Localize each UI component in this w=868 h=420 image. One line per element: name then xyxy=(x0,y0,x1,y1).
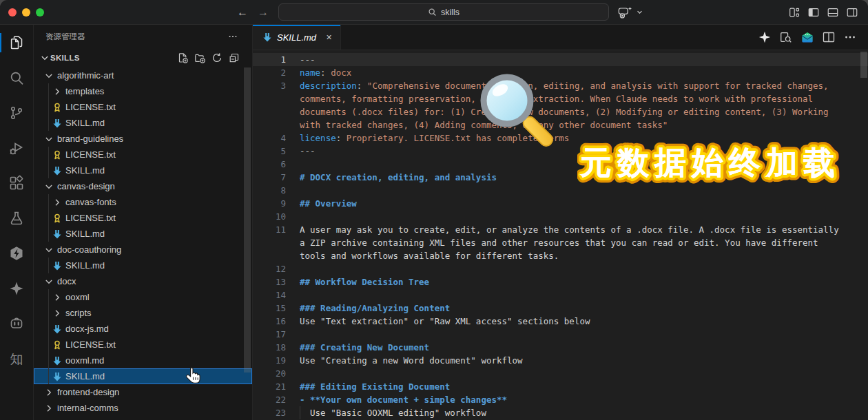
code-line[interactable]: 20 xyxy=(253,367,868,380)
code-line[interactable]: 10 xyxy=(253,210,868,223)
code-line[interactable]: 23 Use "Basic OOXML editing" workflow xyxy=(253,406,868,419)
tree-file-skill-md[interactable]: SKILL.md xyxy=(34,115,252,131)
code-line[interactable]: 3description: "Comprehensive document cr… xyxy=(253,79,868,92)
code-line[interactable]: comments, formatting preservation, and t… xyxy=(253,92,868,105)
activity-item-extensions[interactable] xyxy=(0,171,33,195)
tree-folder-templates[interactable]: templates xyxy=(34,83,252,99)
code-line[interactable]: 1--- xyxy=(253,53,868,66)
debug-icon xyxy=(8,140,25,156)
tree-file-skill-md[interactable]: SKILL.md xyxy=(34,226,252,242)
tree-folder-internal-comms[interactable]: internal-comms xyxy=(34,400,252,416)
close-tab-icon[interactable]: ✕ xyxy=(326,33,332,42)
tree-folder-docx[interactable]: docx xyxy=(34,273,252,289)
tree-file-skill-md[interactable]: SKILL.md xyxy=(34,368,252,384)
code-text: ### Creating New Document xyxy=(300,341,429,354)
toggle-primary-sidebar-icon[interactable] xyxy=(807,6,820,19)
tree-file-license-txt[interactable]: LICENSE.txt xyxy=(34,99,252,115)
code-line[interactable]: 9## Overview xyxy=(253,197,868,210)
forward-button[interactable]: → xyxy=(258,6,269,19)
git-icon xyxy=(8,105,25,121)
customize-layout-icon[interactable] xyxy=(788,6,800,19)
hexbolt-icon xyxy=(8,245,25,262)
toggle-panel-icon[interactable] xyxy=(827,6,839,19)
code-editor[interactable]: 1---2name: docx3description: "Comprehens… xyxy=(253,53,868,420)
minimize-window-button[interactable] xyxy=(22,8,30,17)
code-line[interactable]: 22- **Your own document + simple changes… xyxy=(253,393,868,406)
tree-file-license-txt[interactable]: LICENSE.txt xyxy=(34,147,252,162)
tree-file-license-txt[interactable]: LICENSE.txt xyxy=(34,210,252,226)
code-line[interactable]: 4license: Proprietary. LICENSE.txt has c… xyxy=(253,132,868,145)
code-text: a ZIP archive containing XML files and o… xyxy=(300,236,818,249)
activity-item-explorer[interactable] xyxy=(0,31,33,54)
code-line[interactable]: with tracked changes, (4) Adding comment… xyxy=(253,118,868,132)
activity-item-knowledge-zhi[interactable]: 知 xyxy=(0,347,33,370)
tree-folder-frontend-design[interactable]: frontend-design xyxy=(34,384,252,400)
close-window-button[interactable] xyxy=(8,8,17,17)
mail-icon[interactable] xyxy=(800,30,814,44)
code-line[interactable]: 17 xyxy=(253,328,868,341)
sparkle-white-icon[interactable] xyxy=(758,30,772,44)
tree-folder-canvas-fonts[interactable]: canvas-fonts xyxy=(34,194,252,210)
open-preview-icon[interactable] xyxy=(779,30,793,44)
code-line[interactable]: 13## Workflow Decision Tree xyxy=(253,275,868,288)
tree-file-ooxml-md[interactable]: ooxml.md xyxy=(34,353,252,368)
code-line[interactable]: 18### Creating New Document xyxy=(253,341,868,354)
tree-file-skill-md[interactable]: SKILL.md xyxy=(34,258,252,273)
new-file-icon[interactable] xyxy=(177,52,188,63)
refresh-icon[interactable] xyxy=(211,52,223,63)
tree-folder-canvas-design[interactable]: canvas-design xyxy=(34,178,252,194)
code-line[interactable]: 8 xyxy=(253,184,868,197)
activity-item-chat-bot[interactable] xyxy=(0,312,33,335)
code-line[interactable]: tools and workflows available for differ… xyxy=(253,249,868,262)
collapse-all-icon[interactable] xyxy=(229,52,240,63)
chevron-down-icon[interactable] xyxy=(636,8,643,16)
md-icon xyxy=(52,260,63,271)
activity-item-extension-hexagon[interactable] xyxy=(0,242,33,265)
more-actions-icon[interactable] xyxy=(843,30,857,44)
activity-item-source-control[interactable] xyxy=(0,101,33,125)
tree-folder-algorithmic-art[interactable]: algorithmic-art xyxy=(34,67,252,83)
sidebar-more-actions-icon[interactable] xyxy=(227,31,238,42)
toggle-secondary-sidebar-icon[interactable] xyxy=(846,6,858,19)
tree-folder-scripts[interactable]: scripts xyxy=(34,305,252,321)
activity-item-ai-sparkle[interactable] xyxy=(0,277,33,300)
split-editor-icon[interactable] xyxy=(822,30,836,44)
code-line[interactable]: a ZIP archive containing XML files and o… xyxy=(253,236,868,249)
code-line[interactable]: documents (.docx files) for: (1) Creatin… xyxy=(253,105,868,118)
code-line[interactable]: 15### Reading/Analyzing Content xyxy=(253,302,868,315)
code-line[interactable]: 7# DOCX creation, editing, and analysis xyxy=(253,171,868,184)
code-line[interactable]: 16Use "Text extraction" or "Raw XML acce… xyxy=(253,315,868,328)
copilot-chat-icon[interactable] xyxy=(617,6,634,19)
activity-item-run-debug[interactable] xyxy=(0,136,33,160)
tree-file-docx-js-md[interactable]: docx-js.md xyxy=(34,321,252,337)
skills-section-header[interactable]: SKILLS xyxy=(34,48,252,67)
tree-file-license-txt[interactable]: LICENSE.txt xyxy=(34,337,252,353)
activity-item-testing[interactable] xyxy=(0,207,33,230)
new-folder-icon[interactable] xyxy=(194,52,205,63)
code-text: --- xyxy=(300,145,316,158)
code-line[interactable]: 21### Editing Existing Document xyxy=(253,380,868,393)
code-line[interactable]: 5--- xyxy=(253,145,868,158)
tree-folder-doc-coauthoring[interactable]: doc-coauthoring xyxy=(34,242,252,258)
code-line[interactable]: 2name: docx xyxy=(253,66,868,79)
zoom-window-button[interactable] xyxy=(36,8,44,17)
tree-folder-ooxml[interactable]: ooxml xyxy=(34,289,252,305)
code-line[interactable]: 6 xyxy=(253,158,868,171)
tree-folder-brand-guidelines[interactable]: brand-guidelines xyxy=(34,131,252,147)
tree-item-label: frontend-design xyxy=(57,387,119,397)
command-center-search[interactable]: skills xyxy=(278,3,609,21)
activity-bar: 知 xyxy=(0,25,34,420)
tree-file-skill-md[interactable]: SKILL.md xyxy=(34,162,252,178)
activity-item-search[interactable] xyxy=(0,66,33,90)
code-line[interactable]: 11A user may ask you to create, edit, or… xyxy=(253,223,868,236)
code-line[interactable]: 19Use "Creating a new Word document" wor… xyxy=(253,354,868,367)
sidebar-scrollbar[interactable] xyxy=(244,67,251,372)
editor-scrollbar[interactable] xyxy=(860,52,867,78)
tab-skill-md[interactable]: SKILL.md ✕ xyxy=(253,25,341,50)
tree-item-label: scripts xyxy=(65,308,92,318)
code-line[interactable]: 12 xyxy=(253,262,868,275)
tree-item-label: ooxml.md xyxy=(65,355,104,366)
back-button[interactable]: ← xyxy=(237,6,248,19)
code-line[interactable]: 14 xyxy=(253,288,868,302)
chevron-right-icon xyxy=(52,197,63,208)
